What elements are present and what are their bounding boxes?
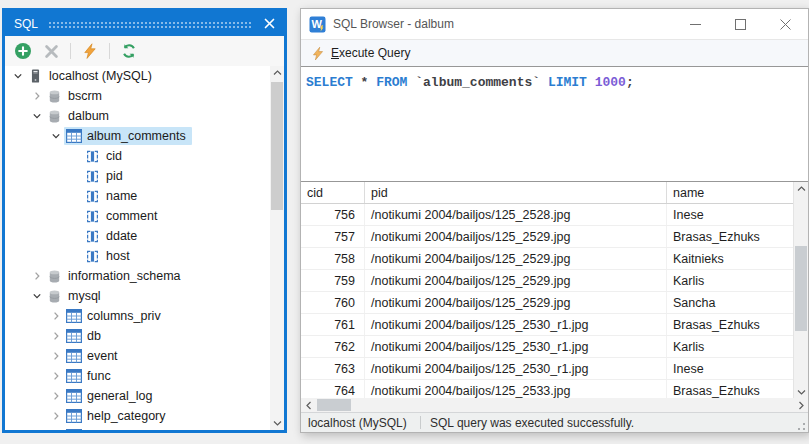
tree-item-album_comments[interactable]: album_comments (5, 126, 270, 146)
grid-horizontal-scrollbar[interactable] (301, 398, 808, 413)
window-titlebar[interactable]: W SQL Browser - dalbum (301, 9, 808, 39)
chevron-down-icon[interactable] (47, 128, 64, 144)
table-row[interactable]: 757/notikumi 2004/bailjos/125_2529.jpgBr… (301, 226, 793, 248)
tree-item-label: information_schema (68, 268, 181, 284)
toolbar-separator (109, 43, 110, 59)
chevron-right-icon[interactable] (28, 268, 45, 284)
chevron-right-icon[interactable] (47, 308, 64, 324)
tree-item-pid[interactable]: pid (5, 166, 270, 186)
panel-title: SQL (14, 17, 38, 31)
table-row[interactable]: 763/notikumi 2004/bailjos/125_2530_r1.jp… (301, 358, 793, 380)
tree-item-name[interactable]: name (5, 186, 270, 206)
close-button[interactable] (763, 9, 808, 39)
chevron-right-icon[interactable] (47, 348, 64, 364)
table-icon (65, 308, 82, 324)
table-row[interactable]: 761/notikumi 2004/bailjos/125_2530_r1.jp… (301, 314, 793, 336)
tree-item-ddate[interactable]: ddate (5, 226, 270, 246)
table-row[interactable]: 760/notikumi 2004/bailjos/125_2529.jpgSa… (301, 292, 793, 314)
tree-item-host[interactable]: host (5, 246, 270, 266)
cell-cid: 764 (301, 380, 365, 399)
chevron-right-icon[interactable] (28, 88, 45, 104)
sql-browser-window: W SQL Browser - dalbum (300, 8, 809, 433)
chevron-right-icon[interactable] (47, 328, 64, 344)
add-connection-button[interactable] (11, 39, 35, 63)
chevron-spacer (66, 148, 83, 164)
tree-item-label: name (106, 188, 137, 204)
tree-item-cid[interactable]: cid (5, 146, 270, 166)
execute-query-button[interactable]: Execute Query (305, 44, 416, 63)
execute-button[interactable] (78, 39, 102, 63)
tree-item-help_category[interactable]: help_category (5, 406, 270, 426)
chevron-right-icon[interactable] (47, 368, 64, 384)
tree-item-dalbum[interactable]: dalbum (5, 106, 270, 126)
chevron-down-icon[interactable] (9, 68, 26, 84)
chevron-down-icon[interactable] (28, 288, 45, 304)
scroll-left-icon[interactable] (301, 398, 316, 413)
cell-cid: 760 (301, 292, 365, 313)
cell-cid: 759 (301, 270, 365, 291)
cell-name: Brasas_Ezhuks (667, 226, 793, 247)
tree-item-comment[interactable]: comment (5, 206, 270, 226)
cell-cid: 763 (301, 358, 365, 379)
grid-hscroll-thumb[interactable] (317, 399, 351, 411)
tree-scroll-thumb[interactable] (271, 82, 283, 210)
tree-item-event[interactable]: event (5, 346, 270, 366)
column-header-cid[interactable]: cid (301, 182, 365, 203)
grid-vscroll-thumb[interactable] (795, 246, 807, 331)
scroll-down-icon[interactable] (270, 416, 284, 430)
tree-item-general_log[interactable]: general_log (5, 386, 270, 406)
cell-pid: /notikumi 2004/bailjos/125_2529.jpg (365, 248, 667, 269)
chevron-right-icon[interactable] (47, 388, 64, 404)
panel-close-icon[interactable] (261, 16, 277, 32)
chevron-right-icon[interactable] (47, 428, 64, 430)
scroll-down-icon[interactable] (794, 385, 808, 399)
tree-item-func[interactable]: func (5, 366, 270, 386)
column-header-pid[interactable]: pid (365, 182, 667, 203)
cell-pid: /notikumi 2004/bailjos/125_2530_r1.jpg (365, 358, 667, 379)
tree-item-mysql[interactable]: mysql (5, 286, 270, 306)
tree-item-bscrm[interactable]: bscrm (5, 86, 270, 106)
tree-item-db[interactable]: db (5, 326, 270, 346)
table-row[interactable]: 764/notikumi 2004/bailjos/125_2533.jpgBr… (301, 380, 793, 399)
table-icon (65, 368, 82, 384)
tree-scrollbar[interactable] (270, 66, 284, 430)
refresh-icon (121, 43, 137, 59)
table-icon (65, 408, 82, 424)
refresh-button[interactable] (117, 39, 141, 63)
panel-titlebar[interactable]: SQL (5, 11, 284, 36)
table-row[interactable]: 756/notikumi 2004/bailjos/125_2528.jpgIn… (301, 204, 793, 226)
chevron-spacer (66, 168, 83, 184)
cell-pid: /notikumi 2004/bailjos/125_2530_r1.jpg (365, 314, 667, 335)
table-row[interactable]: 758/notikumi 2004/bailjos/125_2529.jpgKa… (301, 248, 793, 270)
table-row[interactable]: 762/notikumi 2004/bailjos/125_2530_r1.jp… (301, 336, 793, 358)
tree-item-localhost (MySQL)[interactable]: localhost (MySQL) (5, 66, 270, 86)
table-icon (65, 348, 82, 364)
scroll-up-icon[interactable] (794, 182, 808, 196)
chevron-right-icon[interactable] (47, 408, 64, 424)
cell-pid: /notikumi 2004/bailjos/125_2529.jpg (365, 270, 667, 291)
cell-cid: 761 (301, 314, 365, 335)
scroll-right-icon[interactable] (793, 398, 808, 413)
minimize-button[interactable] (673, 9, 718, 39)
panel-drag-grip[interactable] (48, 21, 253, 29)
maximize-button[interactable] (718, 9, 763, 39)
database-icon (46, 108, 63, 124)
scroll-up-icon[interactable] (270, 66, 284, 80)
database-icon (46, 268, 63, 284)
sql-editor[interactable]: SELECT * FROM `album_comments` LIMIT 100… (301, 66, 808, 185)
cell-name: Brasas_Ezhuks (667, 380, 793, 399)
delete-button[interactable] (39, 39, 63, 63)
tree-item-information_schema[interactable]: information_schema (5, 266, 270, 286)
column-icon (84, 188, 101, 204)
grid-vertical-scrollbar[interactable] (793, 182, 808, 399)
table-row[interactable]: 759/notikumi 2004/bailjos/125_2529.jpgKa… (301, 270, 793, 292)
cell-pid: /notikumi 2004/bailjos/125_2528.jpg (365, 204, 667, 225)
tree-item-columns_priv[interactable]: columns_priv (5, 306, 270, 326)
desktop: SQL (0, 0, 809, 444)
chevron-down-icon[interactable] (28, 108, 45, 124)
tree-item-label: bscrm (68, 88, 102, 104)
tree-item[interactable] (5, 426, 270, 430)
cell-cid: 758 (301, 248, 365, 269)
resize-grip-icon[interactable] (793, 418, 807, 432)
column-header-name[interactable]: name (667, 182, 793, 203)
